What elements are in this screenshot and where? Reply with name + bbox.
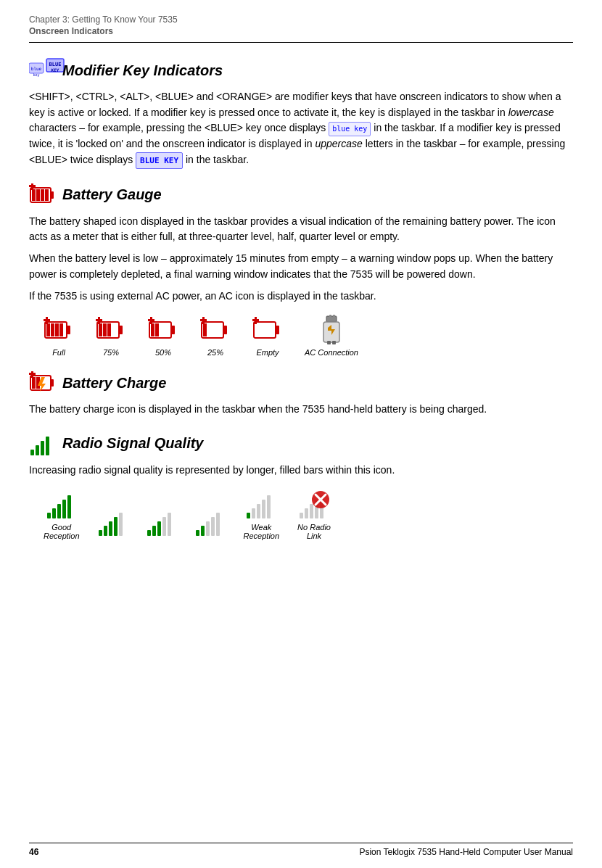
radio-signal-title: Radio Signal Quality xyxy=(62,435,203,452)
svg-rect-84 xyxy=(267,495,271,518)
signal-4bars-item xyxy=(98,507,128,540)
battery-charge-icon xyxy=(29,370,55,396)
svg-rect-11 xyxy=(45,189,49,201)
svg-rect-58 xyxy=(41,441,44,455)
battery-gauge-body: The battery shaped icon displayed in the… xyxy=(29,214,573,304)
radio-signal-header: Radio Signal Quality xyxy=(29,431,573,457)
svg-rect-32 xyxy=(155,323,159,336)
battery-25-icon xyxy=(200,315,231,345)
battery-charge-header: Battery Charge xyxy=(29,370,573,396)
modifier-key-title: Modifier Key Indicators xyxy=(62,62,223,79)
battery-full-label: Full xyxy=(52,348,65,357)
svg-rect-31 xyxy=(151,323,154,336)
battery-50-item: 50% xyxy=(148,315,178,357)
svg-rect-72 xyxy=(157,521,161,536)
signal-2bars-item xyxy=(195,507,226,540)
battery-ac-icon xyxy=(316,315,347,345)
svg-rect-82 xyxy=(257,504,260,518)
svg-rect-65 xyxy=(99,530,102,536)
signal-4bars-icon xyxy=(98,507,128,537)
svg-rect-69 xyxy=(119,513,123,536)
svg-rect-71 xyxy=(152,526,156,536)
signal-no-link-label: No Radio Link xyxy=(297,523,331,540)
footer-page-number: 46 xyxy=(29,847,38,857)
svg-rect-75 xyxy=(196,530,199,536)
page: Chapter 3: Getting To Know Your 7535 Ons… xyxy=(0,0,602,868)
svg-rect-83 xyxy=(262,500,265,518)
svg-rect-68 xyxy=(114,517,117,536)
signal-3bars-item xyxy=(147,507,177,540)
battery-ac-item: AC Connection xyxy=(305,315,358,357)
section-battery-charge: Battery Charge The battery charge icon i… xyxy=(29,370,573,418)
battery-75-icon xyxy=(96,315,126,345)
svg-rect-78 xyxy=(211,517,215,536)
svg-rect-59 xyxy=(46,437,49,455)
modifier-key-icon: blue key BLUE KEY xyxy=(29,57,55,83)
battery-empty-icon xyxy=(252,315,283,345)
blue-key-uppercase: BLUE KEY xyxy=(136,152,183,169)
svg-rect-86 xyxy=(305,508,308,518)
svg-rect-23 xyxy=(119,326,123,334)
svg-rect-21 xyxy=(44,319,50,321)
battery-full-item: Full xyxy=(44,315,74,357)
svg-rect-15 xyxy=(67,326,70,334)
svg-rect-40 xyxy=(254,322,276,338)
svg-rect-80 xyxy=(247,513,250,518)
svg-rect-48 xyxy=(327,341,331,344)
svg-rect-9 xyxy=(36,189,40,201)
battery-ac-label: AC Connection xyxy=(305,348,358,357)
battery-charge-title: Battery Charge xyxy=(62,375,166,392)
svg-rect-63 xyxy=(62,500,66,518)
signal-no-link-icon xyxy=(299,489,329,520)
svg-rect-37 xyxy=(203,323,207,336)
svg-rect-46 xyxy=(333,315,335,318)
battery-50-icon xyxy=(148,315,178,345)
battery-empty-item: Empty xyxy=(252,315,283,357)
svg-rect-73 xyxy=(162,517,166,536)
battery-gauge-header: Battery Gauge xyxy=(29,182,573,208)
svg-rect-45 xyxy=(329,315,331,318)
svg-rect-85 xyxy=(300,513,303,518)
svg-rect-36 xyxy=(223,326,227,334)
battery-icon-row: Full 75% xyxy=(44,315,573,357)
signal-good-icon xyxy=(46,489,77,520)
svg-rect-49 xyxy=(332,341,336,344)
signal-weak-icon xyxy=(246,489,276,520)
battery-50-label: 50% xyxy=(155,348,171,357)
svg-rect-76 xyxy=(201,526,205,536)
section-modifier-header: blue key BLUE KEY Modifier Key Indicator… xyxy=(29,57,573,83)
svg-rect-74 xyxy=(168,513,171,536)
svg-rect-30 xyxy=(171,326,175,334)
svg-rect-57 xyxy=(36,445,39,455)
radio-signal-body: Increasing radio signal quality is repre… xyxy=(29,463,573,479)
svg-rect-62 xyxy=(57,504,61,518)
footer-book-title: Psion Teklogix 7535 Hand-Held Computer U… xyxy=(359,847,573,857)
chapter-header: Chapter 3: Getting To Know Your 7535 xyxy=(29,15,573,25)
svg-rect-34 xyxy=(148,319,154,321)
svg-rect-66 xyxy=(104,526,107,536)
svg-rect-26 xyxy=(107,323,111,336)
signal-weak-item: Weak Reception xyxy=(244,489,280,540)
svg-rect-7 xyxy=(51,191,54,199)
blue-key-lowercase: blue key xyxy=(329,122,371,136)
svg-rect-67 xyxy=(109,521,112,536)
svg-rect-24 xyxy=(99,323,102,336)
radio-signal-icon xyxy=(29,431,55,457)
svg-rect-79 xyxy=(216,513,220,536)
top-divider xyxy=(29,42,573,43)
section-header-label: Onscreen Indicators xyxy=(29,26,573,36)
battery-25-item: 25% xyxy=(200,315,231,357)
signal-3bars-icon xyxy=(147,507,177,537)
signal-good-item: Good Reception xyxy=(44,489,80,540)
svg-rect-18 xyxy=(55,323,59,336)
signal-no-link-item: No Radio Link xyxy=(297,489,331,540)
chapter-title: Chapter 3: Getting To Know Your 7535 xyxy=(29,15,178,25)
svg-rect-43 xyxy=(252,319,259,321)
svg-rect-13 xyxy=(29,185,36,187)
svg-rect-64 xyxy=(67,495,71,518)
svg-rect-19 xyxy=(59,323,63,336)
battery-gauge-title: Battery Gauge xyxy=(62,186,162,203)
svg-rect-87 xyxy=(310,504,313,518)
signal-good-label: Good Reception xyxy=(44,523,80,540)
section-radio-signal: Radio Signal Quality Increasing radio si… xyxy=(29,431,573,540)
